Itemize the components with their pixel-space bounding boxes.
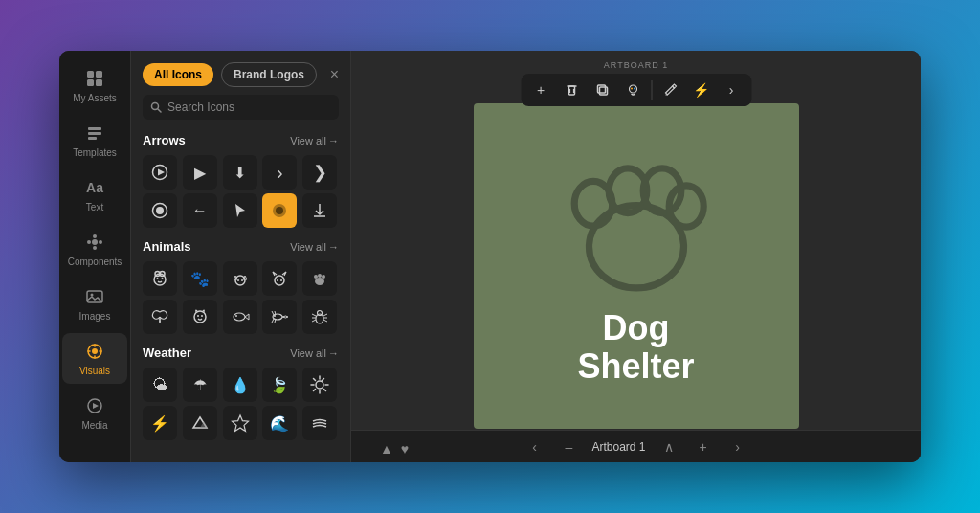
sidebar-item-images[interactable]: Images — [62, 279, 127, 329]
animals-icon-grid: 🐾 — [143, 261, 339, 334]
svg-point-8 — [87, 240, 91, 244]
weather-icon-star[interactable] — [223, 406, 257, 440]
svg-point-38 — [275, 276, 284, 285]
arrow-icon-cursor[interactable] — [223, 193, 257, 228]
animals-view-all[interactable]: View all → — [290, 241, 339, 253]
weather-icon-sun[interactable] — [302, 368, 337, 402]
svg-point-11 — [93, 246, 97, 250]
svg-point-15 — [92, 348, 98, 354]
arrow-icon-record[interactable] — [143, 193, 177, 228]
weather-icon-mountain[interactable] — [183, 406, 217, 440]
weather-icon-lightning[interactable]: ⚡ — [143, 406, 177, 440]
svg-marker-21 — [158, 169, 165, 176]
arrow-icon-right-chevron[interactable]: ❯ — [302, 155, 337, 190]
sidebar-item-my-assets[interactable]: My Assets — [62, 60, 127, 111]
svg-point-7 — [92, 239, 98, 245]
svg-line-19 — [158, 109, 161, 112]
toolbar-row: + — [521, 74, 751, 106]
toolbar-add-button[interactable]: + — [528, 78, 553, 102]
nav-up-button[interactable]: ∧ — [657, 435, 680, 458]
toolbar-color-button[interactable] — [620, 78, 645, 102]
weather-icon-rain[interactable]: 💧 — [223, 368, 257, 402]
svg-rect-3 — [96, 79, 102, 86]
sidebar-item-visuals[interactable]: Visuals — [62, 333, 127, 384]
animal-icon-fish[interactable] — [223, 300, 257, 334]
animal-icon-bug[interactable] — [302, 300, 337, 334]
sidebar-item-media[interactable]: Media — [62, 388, 127, 438]
svg-rect-62 — [597, 85, 605, 93]
weather-icon-waves[interactable]: 🌊 — [262, 406, 297, 440]
zoom-out-button[interactable]: – — [557, 435, 580, 458]
arrow-icon-down[interactable]: ⬇ — [223, 155, 257, 190]
sidebar-label-images: Images — [79, 311, 111, 322]
images-icon — [84, 286, 105, 307]
arrows-icon-grid: ▶ ⬇ › ❯ ← — [143, 155, 339, 228]
arrow-icon-play-outline[interactable] — [143, 155, 177, 190]
arrow-icon-play-fill[interactable]: ▶ — [183, 155, 217, 190]
animal-icon-dog-face[interactable] — [143, 261, 177, 296]
toolbar-more-button[interactable]: › — [719, 78, 744, 102]
sidebar-label-visuals: Visuals — [79, 366, 110, 376]
arrow-icon-right-angle[interactable]: › — [262, 155, 297, 190]
svg-point-36 — [237, 279, 239, 281]
search-input[interactable] — [167, 100, 331, 114]
arrow-icon-left[interactable]: ← — [183, 193, 217, 228]
app-window: My Assets Templates Aa Text — [59, 51, 921, 462]
toolbar-lightning-button[interactable]: ⚡ — [688, 78, 713, 102]
sidebar: My Assets Templates Aa Text — [59, 51, 131, 462]
templates-icon — [84, 123, 105, 144]
svg-point-48 — [234, 313, 245, 321]
nav-next-button[interactable]: › — [726, 435, 749, 458]
sidebar-label-templates: Templates — [73, 147, 117, 158]
animal-icon-butterfly[interactable] — [143, 300, 177, 334]
svg-marker-57 — [232, 415, 248, 432]
nav-prev-button[interactable]: ‹ — [523, 435, 546, 458]
svg-point-49 — [235, 315, 237, 317]
toolbar-delete-button[interactable] — [559, 78, 584, 102]
my-assets-icon — [84, 68, 105, 89]
media-icon — [84, 395, 105, 416]
animal-icon-paw2[interactable] — [302, 261, 337, 296]
sidebar-item-components[interactable]: Components — [62, 224, 127, 275]
cursor-icon: ▲ — [380, 441, 393, 457]
animal-icon-fox[interactable] — [262, 261, 297, 296]
zoom-in-button[interactable]: + — [692, 435, 715, 458]
svg-rect-0 — [87, 71, 94, 78]
canvas-area: ARTBOARD 1 + — [351, 51, 921, 462]
svg-point-25 — [276, 207, 283, 214]
svg-point-40 — [280, 279, 282, 281]
sidebar-item-text[interactable]: Aa Text — [62, 169, 127, 220]
animal-icon-cat[interactable] — [223, 261, 257, 296]
weather-icon-fog[interactable] — [302, 406, 337, 440]
arrows-view-all[interactable]: View all → — [290, 135, 339, 146]
animal-icon-paw[interactable]: 🐾 — [183, 261, 217, 296]
animal-icon-dog[interactable] — [183, 300, 217, 334]
artboard-name-label: Artboard 1 — [591, 440, 645, 454]
bottom-cursor-icons: ▲ ♥ — [380, 441, 409, 457]
svg-point-44 — [322, 275, 325, 279]
weather-icon-grid: 🌤 ☂ 💧 🍃 ⚡ — [143, 368, 339, 440]
svg-point-64 — [631, 88, 633, 90]
sidebar-item-templates[interactable]: Templates — [62, 115, 127, 166]
panel-close-button[interactable]: × — [330, 66, 339, 83]
tab-brand-logos[interactable]: Brand Logos — [221, 62, 317, 87]
svg-point-9 — [99, 240, 102, 244]
svg-rect-1 — [96, 71, 102, 78]
toolbar-edit-button[interactable] — [657, 78, 682, 102]
svg-point-53 — [318, 311, 323, 316]
svg-rect-6 — [88, 137, 97, 140]
animal-icon-lizard[interactable] — [262, 300, 297, 334]
arrow-icon-download[interactable] — [302, 193, 337, 228]
arrow-icon-highlighted[interactable] — [262, 193, 297, 228]
animals-section-header: Animals View all → — [143, 239, 339, 254]
sidebar-label-my-assets: My Assets — [73, 93, 117, 103]
toolbar-duplicate-button[interactable] — [590, 78, 614, 102]
weather-icon-sun-cloud[interactable]: 🌤 — [143, 368, 177, 402]
svg-point-23 — [156, 207, 164, 214]
weather-icon-umbrella[interactable]: ☂ — [183, 368, 217, 402]
weather-view-all[interactable]: View all → — [290, 347, 339, 359]
svg-marker-56 — [200, 421, 208, 428]
weather-icon-wind[interactable]: 🍃 — [262, 368, 297, 402]
tab-all-icons[interactable]: All Icons — [143, 63, 213, 86]
svg-point-37 — [241, 279, 243, 281]
